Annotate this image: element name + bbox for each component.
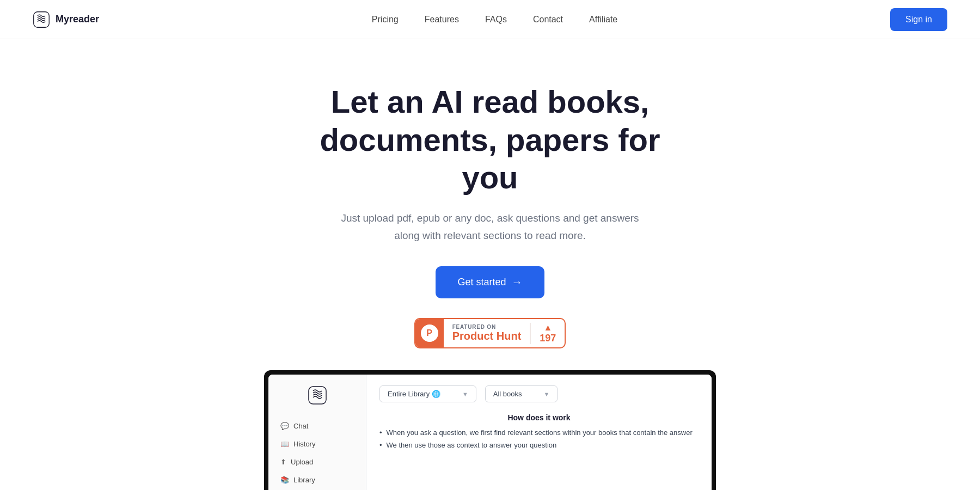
sidebar-item-upload[interactable]: ⬆ Upload bbox=[275, 454, 359, 470]
upload-icon: ⬆ bbox=[280, 458, 286, 466]
sidebar-label-library: Library bbox=[293, 476, 315, 484]
logo-text: Myreader bbox=[56, 14, 99, 25]
ph-name: Product Hunt bbox=[452, 330, 522, 342]
ph-featured-label: FEATURED ON bbox=[452, 324, 496, 330]
hero-section: Let an AI read books, documents, papers … bbox=[0, 39, 980, 490]
sidebar-label-history: History bbox=[293, 440, 315, 448]
library-selector[interactable]: Entire Library 🌐 ▼ bbox=[379, 385, 476, 402]
app-content-title: How does it work bbox=[379, 413, 699, 422]
nav-pricing[interactable]: Pricing bbox=[372, 15, 399, 24]
library-selector-label: Entire Library 🌐 bbox=[388, 390, 440, 398]
app-content-bullet-1: • When you ask a question, we first find… bbox=[379, 428, 699, 437]
get-started-button[interactable]: Get started → bbox=[436, 266, 544, 298]
logo-icon bbox=[33, 11, 50, 28]
app-selectors: Entire Library 🌐 ▼ All books ▼ bbox=[379, 385, 699, 402]
bullet-icon-2: • bbox=[379, 441, 382, 449]
bullet-text-1: When you ask a question, we first find r… bbox=[387, 428, 693, 437]
logo[interactable]: Myreader bbox=[33, 11, 99, 28]
ph-arrow-icon: ▲ bbox=[543, 323, 552, 333]
signin-button[interactable]: Sign in bbox=[890, 8, 947, 31]
sidebar-logo-icon bbox=[308, 385, 327, 405]
app-main: Entire Library 🌐 ▼ All books ▼ How does … bbox=[366, 375, 712, 490]
arrow-icon: → bbox=[512, 276, 523, 289]
nav-affiliate[interactable]: Affiliate bbox=[589, 15, 617, 24]
selector-arrow-icon: ▼ bbox=[462, 391, 468, 397]
app-preview-container: 💬 Chat 📖 History ⬆ Upload 📚 bbox=[33, 370, 947, 490]
header: Myreader Pricing Features FAQs Contact A… bbox=[0, 0, 980, 39]
app-sidebar: 💬 Chat 📖 History ⬆ Upload 📚 bbox=[268, 375, 366, 490]
nav-faqs[interactable]: FAQs bbox=[485, 15, 507, 24]
chat-icon: 💬 bbox=[280, 422, 289, 430]
get-started-label: Get started bbox=[457, 277, 506, 288]
sidebar-item-history[interactable]: 📖 History bbox=[275, 436, 359, 452]
ph-logo-letter: P bbox=[421, 324, 438, 342]
books-selector-label: All books bbox=[493, 390, 522, 398]
library-icon: 📚 bbox=[280, 476, 289, 484]
history-icon: 📖 bbox=[280, 440, 289, 448]
selector-arrow-2-icon: ▼ bbox=[544, 391, 550, 397]
nav: Pricing Features FAQs Contact Affiliate bbox=[372, 15, 617, 24]
sidebar-label-chat: Chat bbox=[293, 422, 308, 430]
app-content-bullet-2: • We then use those as context to answer… bbox=[379, 441, 699, 449]
app-preview-outer: 💬 Chat 📖 History ⬆ Upload 📚 bbox=[264, 370, 716, 490]
sidebar-item-chat[interactable]: 💬 Chat bbox=[275, 418, 359, 434]
product-hunt-badge[interactable]: P FEATURED ON Product Hunt ▲ 197 bbox=[414, 318, 566, 348]
ph-text: FEATURED ON Product Hunt bbox=[444, 321, 530, 346]
ph-count: 197 bbox=[540, 333, 556, 344]
nav-contact[interactable]: Contact bbox=[533, 15, 563, 24]
app-content: How does it work • When you ask a questi… bbox=[379, 413, 699, 454]
app-sidebar-logo bbox=[268, 385, 366, 405]
bullet-text-2: We then use those as context to answer y… bbox=[387, 441, 557, 449]
sidebar-item-library[interactable]: 📚 Library bbox=[275, 472, 359, 488]
sidebar-label-upload: Upload bbox=[291, 458, 313, 466]
hero-title: Let an AI read books, documents, papers … bbox=[294, 83, 686, 197]
nav-features[interactable]: Features bbox=[425, 15, 459, 24]
bullet-icon-1: • bbox=[379, 428, 382, 437]
app-preview-inner: 💬 Chat 📖 History ⬆ Upload 📚 bbox=[268, 375, 712, 490]
books-selector[interactable]: All books ▼ bbox=[485, 385, 558, 402]
ph-upvotes: ▲ 197 bbox=[530, 323, 565, 344]
hero-subtitle: Just upload pdf, epub or any doc, ask qu… bbox=[338, 210, 642, 245]
ph-logo: P bbox=[415, 319, 444, 347]
app-sidebar-nav: 💬 Chat 📖 History ⬆ Upload 📚 bbox=[268, 418, 366, 490]
